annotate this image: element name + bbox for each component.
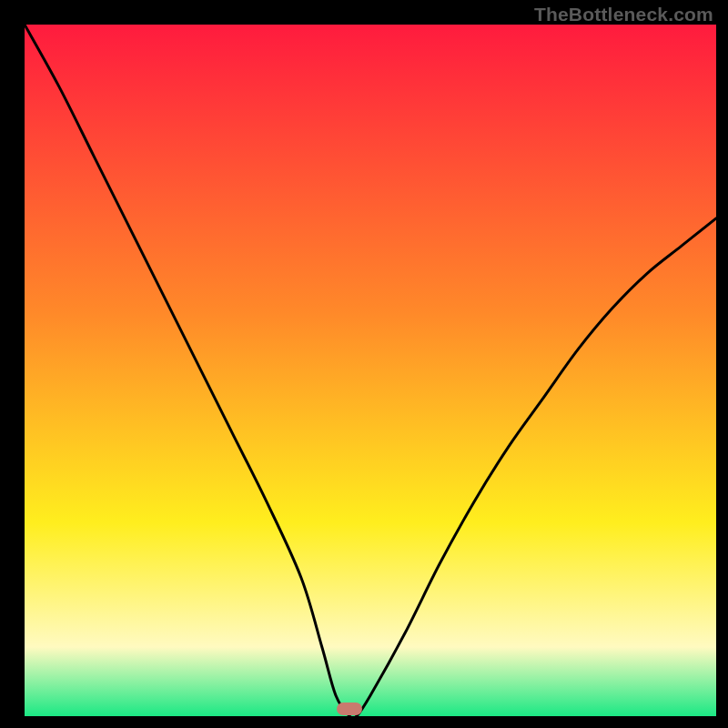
- chart-frame: { "watermark": "TheBottleneck.com", "col…: [0, 0, 728, 728]
- optimal-point-marker: [337, 703, 362, 715]
- watermark-text: TheBottleneck.com: [534, 4, 713, 25]
- bottleneck-curve: [25, 25, 716, 716]
- plot-area: [25, 25, 716, 716]
